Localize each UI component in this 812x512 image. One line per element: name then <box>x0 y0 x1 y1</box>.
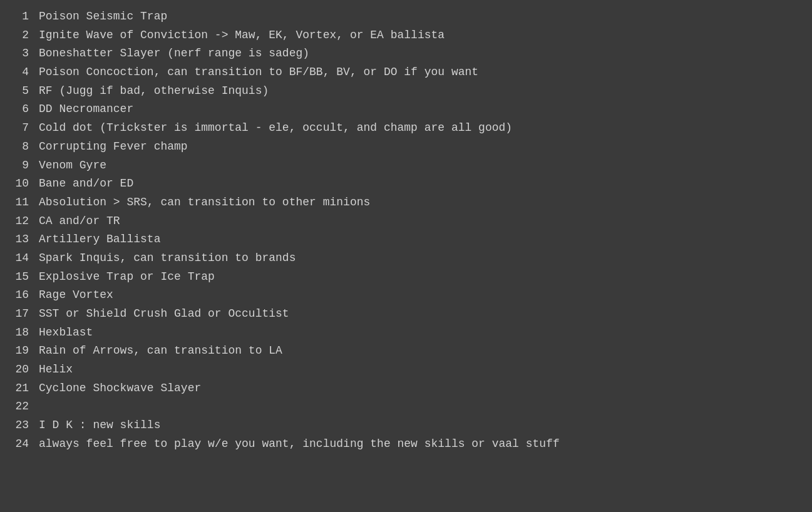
line-text: Hexblast <box>39 324 93 342</box>
line-text: Spark Inquis, can transition to brands <box>39 249 296 268</box>
line-number: 21 <box>10 379 29 398</box>
line-number: 18 <box>10 324 29 342</box>
line-text: always feel free to play w/e you want, i… <box>39 435 560 454</box>
list-item: 23I D K : new skills <box>10 416 802 435</box>
line-text: SST or Shield Crush Glad or Occultist <box>39 305 289 324</box>
line-text: Rage Vortex <box>39 286 113 305</box>
line-text: Poison Seismic Trap <box>39 8 167 26</box>
line-number: 12 <box>10 212 29 231</box>
line-text: Cyclone Shockwave Slayer <box>39 379 201 398</box>
line-number: 6 <box>10 100 29 119</box>
line-text: CA and/or TR <box>39 212 120 231</box>
line-number: 10 <box>10 175 29 193</box>
line-number: 19 <box>10 342 29 361</box>
line-number: 23 <box>10 416 29 435</box>
list-item: 12CA and/or TR <box>10 212 802 231</box>
line-text: Corrupting Fever champ <box>39 138 188 156</box>
list-item: 19Rain of Arrows, can transition to LA <box>10 342 802 361</box>
list-item: 7Cold dot (Trickster is immortal - ele, … <box>10 119 802 138</box>
line-number: 14 <box>10 249 29 268</box>
line-text: Absolution > SRS, can transition to othe… <box>39 193 370 212</box>
list-item: 13Artillery Ballista <box>10 230 802 249</box>
line-number: 22 <box>10 397 29 416</box>
list-item: 16Rage Vortex <box>10 286 802 305</box>
line-text: Explosive Trap or Ice Trap <box>39 268 215 287</box>
list-item: 20Helix <box>10 361 802 379</box>
line-text: Boneshatter Slayer (nerf range is sadeg) <box>39 44 309 63</box>
line-number: 16 <box>10 286 29 305</box>
list-item: 11Absolution > SRS, can transition to ot… <box>10 193 802 212</box>
line-text: Artillery Ballista <box>39 230 160 249</box>
line-number: 4 <box>10 63 29 82</box>
line-number: 13 <box>10 230 29 249</box>
code-block: 1Poison Seismic Trap2Ignite Wave of Conv… <box>10 8 802 454</box>
list-item: 3Boneshatter Slayer (nerf range is sadeg… <box>10 44 802 63</box>
line-number: 9 <box>10 156 29 175</box>
line-number: 7 <box>10 119 29 138</box>
list-item: 5RF (Jugg if bad, otherwise Inquis) <box>10 82 802 101</box>
line-number: 24 <box>10 435 29 454</box>
line-number: 20 <box>10 361 29 379</box>
line-number: 2 <box>10 26 29 45</box>
line-text: Ignite Wave of Conviction -> Maw, EK, Vo… <box>39 26 445 45</box>
line-number: 15 <box>10 268 29 287</box>
line-text: Rain of Arrows, can transition to LA <box>39 342 282 361</box>
list-item: 2Ignite Wave of Conviction -> Maw, EK, V… <box>10 26 802 45</box>
list-item: 8Corrupting Fever champ <box>10 138 802 156</box>
line-text: I D K : new skills <box>39 416 160 435</box>
list-item: 4Poison Concoction, can transition to BF… <box>10 63 802 82</box>
list-item: 15Explosive Trap or Ice Trap <box>10 268 802 287</box>
list-item: 18Hexblast <box>10 324 802 342</box>
line-text: RF (Jugg if bad, otherwise Inquis) <box>39 82 269 101</box>
list-item: 14Spark Inquis, can transition to brands <box>10 249 802 268</box>
list-item: 22 <box>10 397 802 416</box>
line-text: Poison Concoction, can transition to BF/… <box>39 63 478 82</box>
list-item: 10Bane and/or ED <box>10 175 802 193</box>
list-item: 1Poison Seismic Trap <box>10 8 802 26</box>
line-number: 5 <box>10 82 29 101</box>
line-text: Venom Gyre <box>39 156 106 175</box>
line-number: 8 <box>10 138 29 156</box>
line-number: 1 <box>10 8 29 26</box>
list-item: 17SST or Shield Crush Glad or Occultist <box>10 305 802 324</box>
line-number: 11 <box>10 193 29 212</box>
line-number: 3 <box>10 44 29 63</box>
line-text: Bane and/or ED <box>39 175 133 193</box>
line-number: 17 <box>10 305 29 324</box>
line-text: DD Necromancer <box>39 100 133 119</box>
line-text: Cold dot (Trickster is immortal - ele, o… <box>39 119 512 138</box>
list-item: 6DD Necromancer <box>10 100 802 119</box>
line-text: Helix <box>39 361 73 379</box>
list-item: 24always feel free to play w/e you want,… <box>10 435 802 454</box>
list-item: 21Cyclone Shockwave Slayer <box>10 379 802 398</box>
list-item: 9Venom Gyre <box>10 156 802 175</box>
